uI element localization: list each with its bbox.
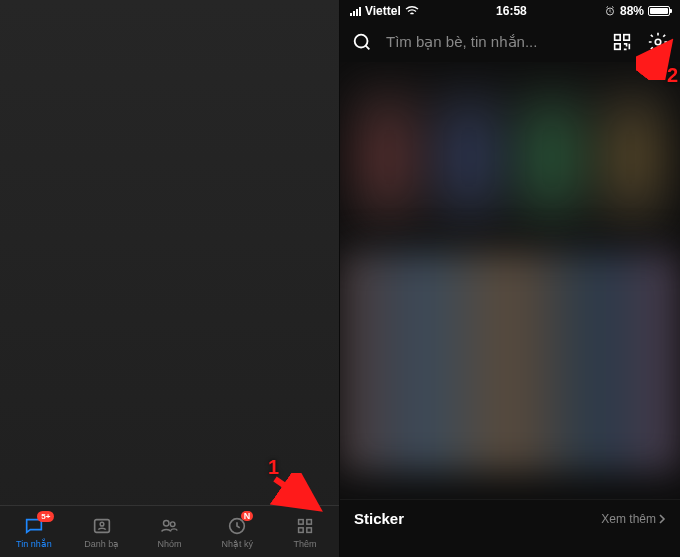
ios-status-bar: Viettel 16:58 88%	[340, 0, 680, 22]
people-group-icon	[158, 515, 180, 537]
signal-strength-icon	[350, 6, 361, 16]
status-time: 16:58	[496, 4, 527, 18]
nav-contacts-label: Danh bạ	[84, 539, 119, 549]
svg-rect-12	[615, 35, 621, 41]
svg-point-2	[164, 520, 170, 526]
bottom-nav-bar: 5+ Tin nhắn Danh bạ Nhóm N Nhật ký	[0, 505, 339, 557]
see-more-link[interactable]: Xem thêm	[601, 512, 666, 526]
svg-rect-8	[307, 527, 312, 532]
blurred-stories	[340, 62, 680, 252]
left-screenshot: 5+ Tin nhắn Danh bạ Nhóm N Nhật ký	[0, 0, 340, 557]
svg-point-15	[655, 39, 661, 45]
wifi-icon	[405, 6, 419, 16]
svg-point-1	[100, 522, 104, 526]
svg-rect-6	[307, 519, 312, 524]
timeline-badge: N	[241, 511, 254, 522]
svg-point-11	[355, 35, 368, 48]
battery-icon	[648, 6, 670, 16]
sticker-section-header: Sticker Xem thêm	[340, 499, 680, 537]
nav-more[interactable]: Thêm	[271, 515, 339, 549]
callout-number-1: 1	[268, 456, 279, 479]
nav-messages[interactable]: 5+ Tin nhắn	[0, 515, 68, 549]
blurred-media	[340, 252, 680, 472]
svg-rect-7	[299, 527, 304, 532]
search-header: Tìm bạn bè, tin nhắn...	[340, 22, 680, 62]
sticker-title: Sticker	[354, 510, 404, 527]
contact-card-icon	[91, 515, 113, 537]
nav-more-label: Thêm	[294, 539, 317, 549]
grid-more-icon	[294, 515, 316, 537]
qr-code-icon[interactable]	[610, 30, 634, 54]
nav-messages-label: Tin nhắn	[16, 539, 52, 549]
nav-groups-label: Nhóm	[157, 539, 181, 549]
sticker-preview-strip	[340, 537, 680, 557]
svg-rect-14	[615, 44, 621, 50]
nav-contacts[interactable]: Danh bạ	[68, 515, 136, 549]
alarm-icon	[604, 5, 616, 17]
blurred-chat-list	[0, 0, 339, 505]
battery-percent: 88%	[620, 4, 644, 18]
see-more-label: Xem thêm	[601, 512, 656, 526]
settings-gear-icon[interactable]	[646, 30, 670, 54]
callout-number-2: 2	[667, 64, 678, 87]
right-content-blur	[340, 62, 680, 499]
nav-groups[interactable]: Nhóm	[136, 515, 204, 549]
nav-timeline[interactable]: N Nhật ký	[203, 515, 271, 549]
nav-timeline-label: Nhật ký	[222, 539, 254, 549]
svg-rect-5	[299, 519, 304, 524]
search-icon[interactable]	[350, 30, 374, 54]
chevron-right-icon	[658, 514, 666, 524]
svg-rect-13	[624, 35, 630, 41]
search-input[interactable]: Tìm bạn bè, tin nhắn...	[386, 33, 598, 51]
carrier-name: Viettel	[365, 4, 401, 18]
svg-point-3	[171, 521, 176, 526]
messages-badge: 5+	[37, 511, 54, 523]
right-screenshot: Viettel 16:58 88% Tìm bạn bè, tin nhắn..…	[340, 0, 680, 557]
